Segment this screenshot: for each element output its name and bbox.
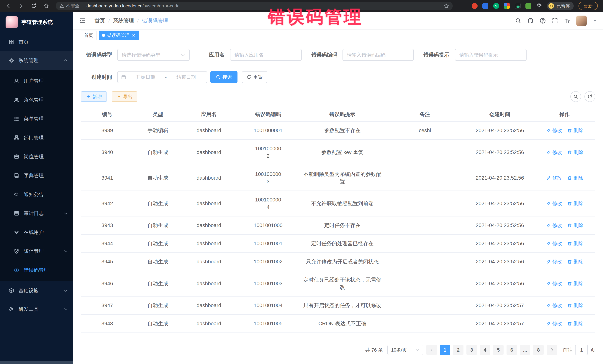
error-hint-input[interactable] bbox=[455, 49, 527, 61]
date-range-picker[interactable]: 开始日期 - 结束日期 bbox=[117, 71, 207, 83]
edit-link[interactable]: 修改 bbox=[546, 175, 562, 181]
sidebar-item-online-users[interactable]: 在线用户 bbox=[0, 223, 73, 242]
font-size-icon[interactable] bbox=[564, 18, 570, 24]
help-icon[interactable] bbox=[540, 18, 546, 24]
breadcrumb-home[interactable]: 首页 bbox=[95, 17, 105, 24]
extensions-puzzle-icon[interactable] bbox=[536, 3, 542, 9]
delete-link[interactable]: 删除 bbox=[567, 259, 583, 265]
browser-forward-button[interactable] bbox=[16, 1, 26, 11]
edit-link[interactable]: 修改 bbox=[546, 240, 562, 247]
show-search-toggle-button[interactable] bbox=[570, 91, 581, 102]
browser-reload-button[interactable] bbox=[29, 1, 39, 11]
export-button[interactable]: 导出 bbox=[112, 91, 137, 102]
page-button-3[interactable]: 3 bbox=[466, 345, 477, 355]
reset-button[interactable]: 重置 bbox=[242, 71, 267, 83]
page-button-5[interactable]: 5 bbox=[493, 345, 504, 355]
page-more-button[interactable]: ... bbox=[520, 345, 530, 355]
fullscreen-icon[interactable] bbox=[552, 18, 558, 24]
tab-home[interactable]: 首页 bbox=[81, 31, 96, 40]
edit-link[interactable]: 修改 bbox=[546, 280, 562, 287]
page-button-4[interactable]: 4 bbox=[480, 345, 490, 355]
sidebar-item-infrastructure[interactable]: 基础设施 bbox=[0, 281, 73, 300]
app-logo[interactable]: 芋道管理系统 bbox=[0, 12, 73, 33]
edit-link[interactable]: 修改 bbox=[546, 149, 562, 156]
sidebar-item-sms-management[interactable]: 短信管理 bbox=[0, 242, 73, 261]
add-button[interactable]: 新增 bbox=[81, 91, 107, 102]
sidebar-item-role-management[interactable]: 角色管理 bbox=[0, 90, 73, 109]
cell-hint: 不允许获取敏感配置到前端 bbox=[301, 195, 384, 212]
page-button-8[interactable]: 8 bbox=[533, 345, 544, 355]
search-button-label: 搜索 bbox=[222, 74, 232, 80]
extension-icon-colorful[interactable] bbox=[504, 3, 510, 9]
sidebar-item-dept-management[interactable]: 部门管理 bbox=[0, 128, 73, 147]
extension-icon-red[interactable] bbox=[472, 3, 477, 9]
bookmark-star-icon[interactable] bbox=[443, 3, 449, 9]
sidebar-item-home[interactable]: 首页 bbox=[0, 33, 73, 51]
sidebar-collapse-bar[interactable] bbox=[0, 361, 73, 364]
delete-link[interactable]: 删除 bbox=[567, 127, 583, 134]
edit-link[interactable]: 修改 bbox=[546, 222, 562, 229]
edit-link[interactable]: 修改 bbox=[546, 259, 562, 265]
sidebar-item-dict-management[interactable]: 字典管理 bbox=[0, 166, 73, 185]
paused-badge[interactable]: 已暂停 bbox=[547, 2, 574, 10]
extension-icon-green-v[interactable] bbox=[493, 3, 499, 9]
page-button-2[interactable]: 2 bbox=[453, 345, 464, 355]
cell-id: 3943 bbox=[81, 217, 134, 234]
security-chip[interactable]: 不安全 bbox=[59, 3, 79, 9]
table-row: 3941 自动生成 dashboard 100100000 3 不能删除类型为系… bbox=[81, 165, 595, 191]
sidebar-item-error-code-management[interactable]: 错误码管理 bbox=[0, 261, 73, 279]
sidebar-item-system-management[interactable]: 系统管理 bbox=[0, 51, 73, 70]
page-size-select[interactable]: 10条/页 bbox=[387, 345, 423, 355]
sidebar-item-devtools[interactable]: 研发工具 bbox=[0, 300, 73, 318]
extension-icon-on-badge[interactable] bbox=[515, 3, 521, 9]
delete-link[interactable]: 删除 bbox=[567, 200, 583, 207]
trash-icon bbox=[567, 321, 572, 326]
delete-link[interactable]: 删除 bbox=[567, 175, 583, 181]
cell-id: 3947 bbox=[81, 297, 134, 314]
error-type-select[interactable]: 请选择错误码类型 bbox=[117, 49, 190, 61]
browser-back-button[interactable] bbox=[4, 1, 13, 11]
goto-page-input[interactable] bbox=[575, 345, 588, 355]
delete-link[interactable]: 删除 bbox=[567, 302, 583, 309]
search-button[interactable]: 搜索 bbox=[210, 71, 237, 83]
browser-home-button[interactable] bbox=[42, 1, 51, 11]
prev-page-button[interactable] bbox=[426, 345, 437, 355]
extension-icon-blue[interactable] bbox=[482, 3, 488, 9]
start-date-placeholder: 开始日期 bbox=[128, 74, 163, 80]
delete-link[interactable]: 删除 bbox=[567, 280, 583, 287]
sidebar-item-audit-log[interactable]: 审计日志 bbox=[0, 204, 73, 223]
close-icon[interactable] bbox=[132, 33, 135, 37]
github-icon[interactable] bbox=[527, 18, 533, 24]
delete-link[interactable]: 删除 bbox=[567, 149, 583, 156]
delete-link[interactable]: 删除 bbox=[567, 240, 583, 247]
edit-link[interactable]: 修改 bbox=[546, 200, 562, 207]
refresh-table-button[interactable] bbox=[584, 91, 595, 102]
page-button-6[interactable]: 6 bbox=[507, 345, 517, 355]
edit-link[interactable]: 修改 bbox=[546, 302, 562, 309]
caret-down-icon[interactable] bbox=[593, 19, 597, 23]
search-icon[interactable] bbox=[515, 18, 521, 24]
active-tab-dot bbox=[102, 34, 105, 37]
sidebar-item-post-management[interactable]: 岗位管理 bbox=[0, 147, 73, 166]
sidebar-item-user-management[interactable]: 用户管理 bbox=[0, 72, 73, 90]
refresh-icon bbox=[587, 94, 592, 99]
delete-link[interactable]: 删除 bbox=[567, 222, 583, 229]
cell-app: dashboard bbox=[182, 235, 236, 253]
sidebar-item-menu-management[interactable]: 菜单管理 bbox=[0, 109, 73, 128]
address-bar[interactable]: 不安全 dashboard.yudao.iocoder.cn /system/e… bbox=[56, 2, 453, 10]
user-avatar[interactable] bbox=[576, 16, 587, 26]
app-name-input[interactable] bbox=[230, 49, 302, 61]
page-button-1[interactable]: 1 bbox=[440, 345, 450, 355]
next-page-button[interactable] bbox=[547, 345, 557, 355]
breadcrumb-system[interactable]: 系统管理 bbox=[113, 17, 134, 24]
extension-icon-green[interactable] bbox=[525, 3, 531, 9]
browser-update-button[interactable]: 更新 bbox=[579, 2, 598, 10]
delete-link[interactable]: 删除 bbox=[567, 320, 583, 327]
sidebar-fold-icon[interactable] bbox=[79, 17, 86, 24]
cell-app: dashboard bbox=[182, 315, 236, 332]
edit-link[interactable]: 修改 bbox=[546, 127, 562, 134]
edit-link[interactable]: 修改 bbox=[546, 320, 562, 327]
tab-error-code-management[interactable]: 错误码管理 bbox=[99, 31, 139, 40]
sidebar-item-notice[interactable]: 通知公告 bbox=[0, 185, 73, 204]
error-code-input[interactable] bbox=[343, 49, 414, 61]
